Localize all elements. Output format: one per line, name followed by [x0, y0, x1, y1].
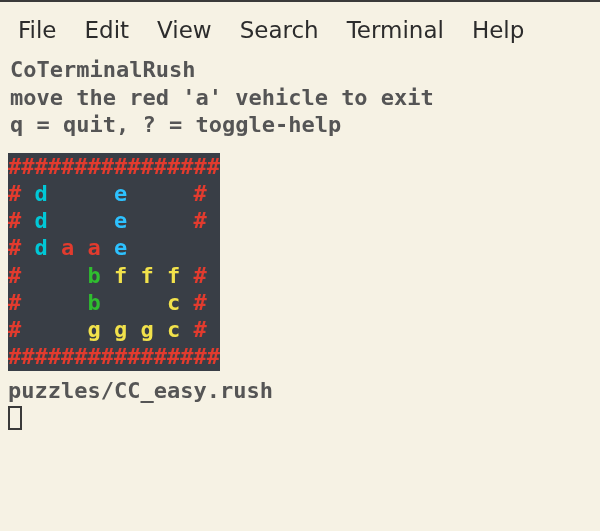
board-cell-green: b	[87, 263, 114, 288]
board-cell-wall: #	[193, 181, 206, 206]
board-cell-cyan: d	[35, 181, 62, 206]
terminal-cursor	[8, 406, 22, 430]
board-cell-wall: #	[193, 290, 206, 315]
menu-edit[interactable]: Edit	[85, 17, 130, 43]
board-cell-cyan: d	[35, 235, 62, 260]
board-cell-yellow: c	[167, 317, 194, 342]
board-cell-gap	[114, 290, 167, 315]
game-title: CoTerminalRush	[10, 56, 600, 84]
board-row: # d e #	[8, 207, 220, 234]
board-cell-blue: e	[114, 181, 141, 206]
board-cell-wall: #	[193, 317, 206, 342]
board-row: # g g g c #	[8, 316, 220, 343]
menu-search[interactable]: Search	[240, 17, 319, 43]
board-cell-gap	[140, 208, 193, 233]
board-row: ################	[8, 153, 220, 180]
board-cell-gap	[141, 235, 207, 260]
board-cell-cyan: d	[35, 208, 62, 233]
board-row: # b f f f #	[8, 262, 220, 289]
board-cell-wall: #	[8, 290, 21, 315]
board-cell-yellow: f	[114, 263, 141, 288]
puzzle-path: puzzles/CC_easy.rush	[8, 377, 600, 405]
board-cell-wall: #	[193, 208, 206, 233]
board-cell-wall: ################	[8, 344, 220, 369]
menu-help[interactable]: Help	[472, 17, 524, 43]
board-cell-wall: #	[8, 208, 35, 233]
terminal-area[interactable]: CoTerminalRush move the red 'a' vehicle …	[0, 52, 600, 437]
board-cell-yellow: f	[167, 263, 194, 288]
menubar: File Edit View Search Terminal Help	[0, 2, 600, 52]
board-cell-yellow: g	[87, 317, 114, 342]
game-instruction: move the red 'a' vehicle to exit	[10, 84, 600, 112]
board-cell-green: b	[87, 290, 114, 315]
board-cell-gap	[21, 263, 87, 288]
board-cell-blue: e	[114, 235, 141, 260]
board-row: # d e #	[8, 180, 220, 207]
board-cell-gap	[140, 181, 193, 206]
board-row: ################	[8, 343, 220, 370]
board-cell-yellow: g	[140, 317, 167, 342]
board-cell-gap	[61, 181, 114, 206]
board-row: # b c #	[8, 289, 220, 316]
board-cell-wall: ################	[8, 154, 220, 179]
board-cell-yellow: c	[167, 290, 194, 315]
board-cell-gap	[61, 208, 114, 233]
terminal-window: File Edit View Search Terminal Help CoTe…	[0, 0, 600, 531]
board-cell-red: a	[61, 235, 88, 260]
board-cell-wall: #	[8, 317, 21, 342]
board-cell-blue: e	[114, 208, 141, 233]
board-cell-yellow: g	[114, 317, 141, 342]
board-cell-wall: #	[8, 263, 21, 288]
menu-terminal[interactable]: Terminal	[347, 17, 444, 43]
game-keys: q = quit, ? = toggle-help	[10, 111, 600, 139]
game-board: ################# d e ## d e ## d a a e …	[8, 153, 220, 371]
board-cell-red: a	[88, 235, 115, 260]
menu-file[interactable]: File	[18, 17, 57, 43]
board-cell-wall: #	[193, 263, 206, 288]
board-cell-wall: #	[8, 235, 35, 260]
menu-view[interactable]: View	[157, 17, 212, 43]
board-cell-gap	[21, 290, 87, 315]
board-row: # d a a e	[8, 234, 220, 261]
board-cell-wall: #	[8, 181, 35, 206]
board-cell-gap	[21, 317, 87, 342]
board-cell-yellow: f	[140, 263, 167, 288]
